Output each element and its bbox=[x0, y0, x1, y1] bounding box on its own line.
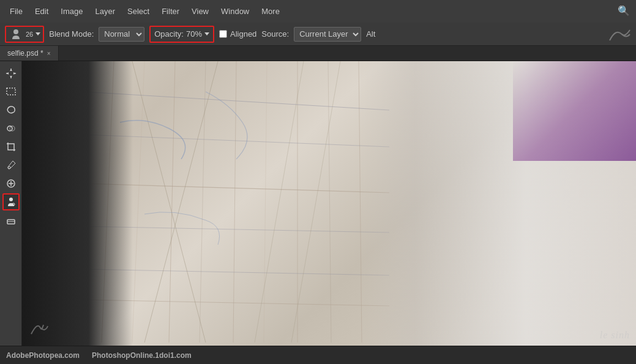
menu-more[interactable]: More bbox=[256, 4, 285, 18]
tool-lasso[interactable] bbox=[2, 102, 20, 119]
svg-marker-4 bbox=[13, 72, 15, 75]
blend-mode-label: Blend Mode: bbox=[49, 29, 94, 39]
opacity-label: Opacity: bbox=[154, 29, 184, 39]
menu-select[interactable]: Select bbox=[122, 4, 154, 18]
opacity-arrow-icon bbox=[204, 32, 209, 35]
aligned-checkbox-label[interactable]: Aligned bbox=[219, 29, 256, 39]
left-toolbar bbox=[0, 61, 22, 346]
tool-quick-select[interactable] bbox=[2, 120, 20, 137]
canvas-photo: le sinh bbox=[22, 61, 636, 346]
tool-clone-stamp[interactable] bbox=[2, 193, 20, 210]
menu-layer[interactable]: Layer bbox=[91, 4, 121, 18]
alt-label-text: Alt bbox=[366, 29, 375, 39]
opacity-value: 70% bbox=[186, 29, 202, 39]
canvas-area[interactable]: le sinh bbox=[22, 61, 636, 346]
menu-filter[interactable]: Filter bbox=[157, 4, 184, 18]
svg-line-20 bbox=[328, 61, 331, 343]
svg-line-28 bbox=[132, 61, 206, 343]
source-label: Source: bbox=[261, 29, 289, 39]
svg-line-18 bbox=[264, 61, 267, 343]
brush-preview-icon bbox=[9, 27, 23, 42]
aligned-checkbox[interactable] bbox=[219, 30, 227, 38]
tool-eraser[interactable] bbox=[2, 212, 20, 229]
tool-crop[interactable] bbox=[2, 138, 20, 155]
svg-point-10 bbox=[9, 198, 13, 201]
menu-window[interactable]: Window bbox=[216, 4, 254, 18]
footer-bar: AdobePhotopea.com PhotoshopOnline.1doi1.… bbox=[0, 346, 636, 364]
tab-bar: selfie.psd * × bbox=[0, 46, 636, 61]
ps-logo-area bbox=[607, 25, 631, 43]
svg-marker-3 bbox=[7, 72, 9, 75]
svg-marker-1 bbox=[10, 69, 12, 71]
blend-mode-select[interactable]: Normal Multiply Screen Overlay Darken Li… bbox=[99, 27, 144, 42]
footer-center-link[interactable]: PhotoshopOnline.1doi1.com bbox=[92, 351, 192, 360]
tool-healing[interactable] bbox=[2, 175, 20, 192]
brush-size-control[interactable]: 26 bbox=[5, 26, 44, 43]
options-bar: 26 Blend Mode: Normal Multiply Screen Ov… bbox=[0, 23, 636, 46]
svg-marker-2 bbox=[10, 76, 12, 78]
person-silhouette bbox=[22, 61, 133, 346]
opacity-control[interactable]: Opacity: 70% bbox=[149, 26, 214, 43]
menu-edit[interactable]: Edit bbox=[30, 4, 53, 18]
svg-line-29 bbox=[144, 61, 218, 343]
aligned-label-text: Aligned bbox=[230, 29, 256, 39]
menu-bar: File Edit Image Layer Select Filter View… bbox=[0, 0, 636, 23]
svg-line-16 bbox=[200, 61, 206, 343]
source-select[interactable]: Current Layer All Layers bbox=[294, 27, 361, 42]
tool-marquee[interactable] bbox=[2, 83, 20, 100]
menu-view[interactable]: View bbox=[187, 4, 214, 18]
tool-eyedropper[interactable] bbox=[2, 157, 20, 174]
menu-image[interactable]: Image bbox=[56, 4, 88, 18]
svg-line-15 bbox=[169, 61, 175, 343]
tab-close-button[interactable]: × bbox=[47, 50, 51, 57]
purple-background bbox=[513, 61, 636, 161]
svg-point-0 bbox=[13, 29, 18, 34]
brush-size-value: 26 bbox=[26, 31, 33, 38]
menu-file[interactable]: File bbox=[5, 4, 28, 18]
tab-filename: selfie.psd * bbox=[7, 49, 43, 58]
footer-left-link[interactable]: AdobePhotopea.com bbox=[6, 351, 80, 360]
watermark-left bbox=[28, 319, 59, 340]
watermark-right: le sinh bbox=[600, 330, 630, 341]
ps-wing-icon bbox=[607, 25, 631, 43]
search-icon[interactable]: 🔍 bbox=[618, 5, 631, 18]
svg-line-31 bbox=[291, 61, 340, 343]
tool-move[interactable] bbox=[2, 65, 20, 82]
svg-rect-5 bbox=[7, 88, 15, 95]
brush-size-arrow-icon bbox=[36, 32, 40, 35]
svg-line-14 bbox=[132, 61, 144, 343]
tab-selfie-psd[interactable]: selfie.psd * × bbox=[0, 46, 59, 61]
main-area: le sinh bbox=[0, 61, 636, 346]
svg-line-17 bbox=[233, 61, 236, 343]
